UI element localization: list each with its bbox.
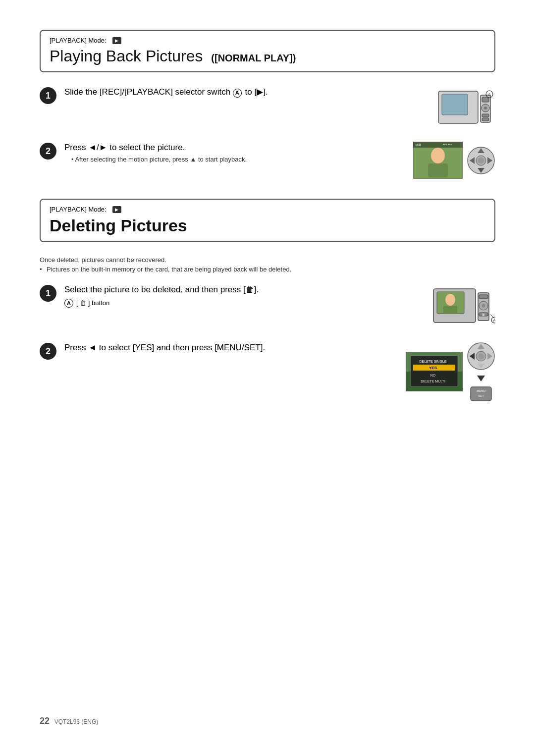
delete-step-2: 2 Press ◄ to select [YES] and then press… bbox=[40, 342, 495, 401]
doc-id: VQT2L93 (ENG) bbox=[54, 718, 99, 725]
playback-step-2: 2 Press ◄/► to select the picture. After… bbox=[40, 142, 495, 179]
label-a-circle: A bbox=[233, 89, 242, 98]
camera-delete-illustration: 🗑 A bbox=[431, 284, 495, 331]
svg-rect-12 bbox=[428, 163, 448, 177]
svg-marker-51 bbox=[477, 376, 485, 381]
delete-menu-screen: DELETE SINGLE YES NO DELETE MULTI bbox=[406, 352, 463, 391]
delete-step2-content: Press ◄ to select [YES] and then press [… bbox=[64, 342, 398, 356]
delete-step1-num: 1 bbox=[40, 285, 56, 302]
delete-step1-illustration: 🗑 A bbox=[431, 284, 495, 331]
label-a-circle-2: A bbox=[64, 299, 73, 308]
svg-point-5 bbox=[484, 107, 487, 109]
delete-step2-num: 2 bbox=[40, 343, 56, 360]
playback-step2-sub: After selecting the motion picture, pres… bbox=[71, 156, 405, 163]
playback-step-1: 1 Slide the [REC]/[PLAYBACK] selector sw… bbox=[40, 86, 495, 131]
playback-mode-label: [PLAYBACK] Mode: bbox=[50, 37, 107, 44]
svg-text:🗑: 🗑 bbox=[482, 313, 485, 316]
svg-point-11 bbox=[431, 148, 445, 163]
svg-text:YES: YES bbox=[429, 366, 437, 370]
svg-text:SET: SET bbox=[478, 394, 484, 397]
svg-point-25 bbox=[445, 294, 455, 306]
playback-mode-icon bbox=[112, 37, 121, 44]
playback-step2-illustration: 108 *** *** bbox=[413, 142, 495, 179]
playback-header-box: [PLAYBACK] Mode: Playing Back Pictures (… bbox=[40, 30, 495, 72]
playback-step2-text: Press ◄/► to select the picture. bbox=[64, 142, 405, 154]
page-number: 22 bbox=[40, 716, 50, 726]
svg-rect-7 bbox=[482, 118, 489, 121]
trash-button-label: [ 🗑 ] button bbox=[76, 299, 109, 307]
svg-text:A: A bbox=[493, 318, 495, 323]
deleting-mode-icon bbox=[112, 206, 121, 213]
svg-rect-32 bbox=[479, 295, 488, 299]
svg-text:DELETE SINGLE: DELETE SINGLE bbox=[420, 360, 447, 363]
playback-step1-illustration: A bbox=[436, 86, 495, 131]
svg-text:*** ***: *** *** bbox=[443, 143, 452, 147]
dpad-illustration bbox=[467, 146, 495, 175]
playback-step2-content: Press ◄/► to select the picture. After s… bbox=[64, 142, 405, 163]
playback-section: [PLAYBACK] Mode: Playing Back Pictures (… bbox=[40, 30, 495, 179]
playback-section-title: Playing Back Pictures ([NORMAL PLAY]) bbox=[50, 47, 485, 65]
delete-step2-text: Press ◄ to select [YES] and then press [… bbox=[64, 342, 398, 354]
warning-text-2: Pictures on the built-in memory or the c… bbox=[40, 266, 495, 273]
deleting-section: [PLAYBACK] Mode: Deleting Pictures Once … bbox=[40, 199, 495, 401]
svg-text:A: A bbox=[488, 92, 491, 97]
playback-step1-num: 1 bbox=[40, 87, 56, 104]
deleting-header-box: [PLAYBACK] Mode: Deleting Pictures bbox=[40, 199, 495, 242]
svg-text:DELETE MULTI: DELETE MULTI bbox=[421, 379, 445, 383]
deleting-mode-label: [PLAYBACK] Mode: bbox=[50, 206, 107, 213]
svg-text:NO: NO bbox=[430, 374, 436, 377]
warning-text-1: Once deleted, pictures cannot be recover… bbox=[40, 256, 495, 264]
photo-thumbnail: 108 *** *** bbox=[413, 142, 463, 179]
playback-title-suffix: ([NORMAL PLAY]) bbox=[211, 53, 296, 63]
deleting-mode-line: [PLAYBACK] Mode: bbox=[50, 206, 485, 213]
trash-symbol: 🗑 bbox=[246, 285, 254, 294]
svg-rect-6 bbox=[482, 114, 489, 117]
svg-rect-3 bbox=[482, 97, 489, 102]
delete-step1-text: Select the picture to be deleted, and th… bbox=[64, 284, 423, 296]
svg-rect-1 bbox=[442, 94, 468, 115]
delete-step1-sub: A [ 🗑 ] button bbox=[64, 299, 423, 308]
delete-step-1: 1 Select the picture to be deleted, and … bbox=[40, 284, 495, 331]
page: [PLAYBACK] Mode: Playing Back Pictures (… bbox=[0, 0, 535, 756]
svg-point-22 bbox=[478, 158, 484, 163]
svg-text:MENU: MENU bbox=[477, 389, 485, 392]
svg-point-50 bbox=[478, 353, 484, 359]
playback-mode-line: [PLAYBACK] Mode: bbox=[50, 37, 485, 44]
playback-step2-num: 2 bbox=[40, 143, 56, 160]
menu-set-button: MENU SET bbox=[470, 386, 492, 401]
playback-step1-content: Slide the [REC]/[PLAYBACK] selector swit… bbox=[64, 86, 428, 100]
camera-back-illustration: A bbox=[436, 86, 495, 131]
down-arrow-indicator bbox=[476, 375, 486, 382]
delete-step1-content: Select the picture to be deleted, and th… bbox=[64, 284, 423, 308]
svg-rect-26 bbox=[443, 306, 457, 314]
playback-title-prefix: Playing Back Pictures bbox=[50, 47, 203, 65]
playback-step1-text: Slide the [REC]/[PLAYBACK] selector swit… bbox=[64, 86, 428, 98]
delete-step2-illustration: DELETE SINGLE YES NO DELETE MULTI bbox=[406, 342, 495, 401]
svg-point-29 bbox=[482, 304, 485, 308]
svg-text:108: 108 bbox=[415, 143, 421, 147]
deleting-section-title: Deleting Pictures bbox=[50, 216, 485, 235]
dpad-left-illustration bbox=[467, 342, 495, 371]
page-footer: 22 VQT2L93 (ENG) bbox=[40, 716, 98, 726]
